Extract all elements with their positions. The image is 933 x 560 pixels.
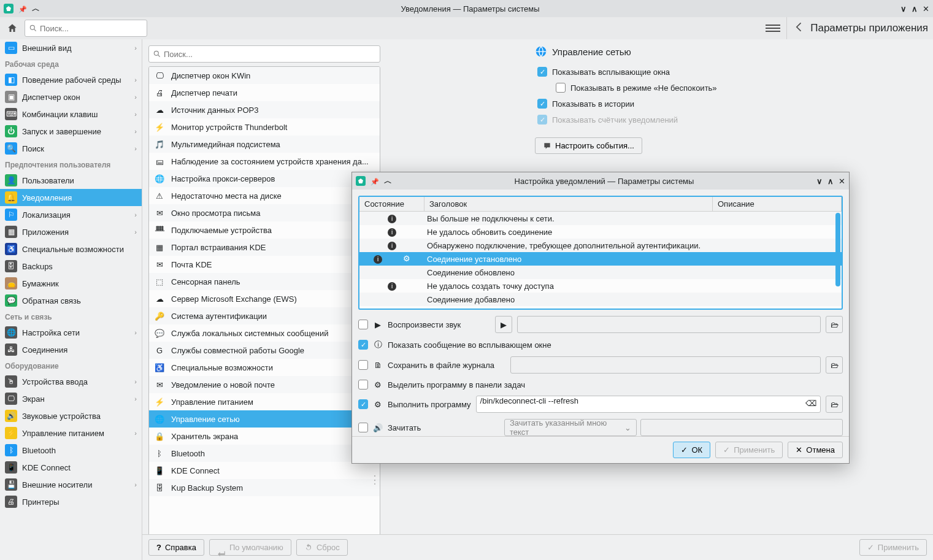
sidebar-item-appearance[interactable]: ▭Внешний вид› [0,39,142,56]
browse-program-button[interactable]: 🗁 [826,396,843,413]
app-row[interactable]: ✉Почта KDE [149,256,380,273]
browse-log-button[interactable]: 🗁 [826,356,843,374]
sidebar-item-notifications[interactable]: 🔔Уведомления [0,189,142,206]
sidebar-item-audio[interactable]: 🔊Звуковые устройства [0,407,142,424]
reset-button[interactable]: Сброс [296,539,348,556]
app-row[interactable]: ⚡Монитор устройств Thunderbolt [149,118,380,136]
sidebar-item-accessibility[interactable]: ♿Специальные возможности [0,240,142,258]
defaults-button[interactable]: По умолчанию [209,539,291,556]
help-button[interactable]: ? Справка [148,539,204,556]
sidebar-item-power[interactable]: ⚡Управление питанием› [0,424,142,442]
sidebar-search-input[interactable] [25,20,147,37]
pin-icon[interactable] [371,177,379,186]
event-row[interactable]: i ⚙Соединение установлено [359,252,842,266]
sound-file-input[interactable] [517,316,821,333]
home-button[interactable] [5,21,20,36]
maximize-icon[interactable] [827,177,834,186]
sidebar-item-search[interactable]: 🔍Поиск› [0,140,142,157]
app-row[interactable]: ✉Окно просмотра письма [149,204,380,221]
app-row[interactable]: 🔑Система аутентификации [149,307,380,324]
sidebar-item-backups[interactable]: 🗄Backups [0,258,142,275]
speak-text-input[interactable] [640,419,843,436]
event-row[interactable]: i Вы больше не подключены к сети. [359,212,842,225]
sidebar-item-workspace-behavior[interactable]: ◧Поведение рабочей среды› [0,71,142,88]
event-row[interactable]: i Не удалось получить пароли и ключи [359,306,842,309]
app-row[interactable]: 🎵Мультимедийная подсистема [149,136,380,153]
option-show-popup[interactable]: ⓘ Показать сообщение во всплывающем окне [358,339,843,350]
sidebar-item-bluetooth[interactable]: ᛒBluetooth [0,442,142,459]
event-row[interactable]: i Обнаружено подключение, требующее допо… [359,239,842,252]
app-row[interactable]: ᛒBluetooth [149,445,380,462]
event-row[interactable]: i Не удалось обновить соединение [359,225,842,239]
app-row[interactable]: ᚙПодключаемые устройства [149,221,380,239]
app-row[interactable]: 📱KDE Connect [149,462,380,479]
app-row[interactable]: 🖨Диспетчер печати [149,84,380,101]
configure-events-button[interactable]: Настроить события... [535,137,642,154]
clear-icon[interactable]: ⌫ [805,399,816,408]
option-taskbar[interactable]: ⚙ Выделить программу в панели задач [358,380,843,389]
minimize-icon[interactable] [900,4,907,13]
chevron-up-icon[interactable] [32,3,40,14]
app-row[interactable]: 🌐Управление сетью [149,410,380,428]
close-icon[interactable] [839,177,845,186]
app-row[interactable]: ⚠Недостаточно места на диске [149,187,380,204]
log-file-input[interactable] [510,356,821,374]
app-row[interactable]: 🔒Хранитель экрана [149,428,380,445]
sidebar-item-input-devices[interactable]: 🖱Устройства ввода› [0,373,142,390]
run-command-input[interactable]: /bin/kdeconnect-cli --refresh ⌫ [476,396,821,413]
browse-sound-button[interactable]: 🗁 [826,316,843,333]
menu-button[interactable] [766,21,780,36]
scrollbar[interactable] [835,213,840,286]
events-table[interactable]: Состояние Заголовок Описание i Вы больше… [358,196,843,310]
event-row[interactable]: Соединение обновлено [359,266,842,279]
sidebar-item-removable[interactable]: 💾Внешние носители› [0,476,142,493]
apply-button[interactable]: ✓ Применить [859,539,927,556]
option-log-file[interactable]: 🗎 Сохранить в файле журнала 🗁 [358,356,843,374]
app-search-input[interactable] [148,45,380,63]
app-row[interactable]: ♿Специальные возможности [149,359,380,376]
option-play-sound[interactable]: ▶ Воспроизвести звук ▶ 🗁 [358,316,843,333]
option-show-dnd[interactable]: Показывать в режиме «Не беспокоить» [535,80,768,96]
sidebar-item-printers[interactable]: 🖨Принтеры [0,493,142,510]
option-run-program[interactable]: ⚙ Выполнить программу /bin/kdeconnect-cl… [358,396,843,413]
option-speak[interactable]: 🔊 Зачитать Зачитать указанный мною текст… [358,419,843,436]
sidebar-item-kdeconnect[interactable]: 📱KDE Connect [0,459,142,476]
minimize-icon[interactable] [816,177,823,186]
sidebar-item-applications[interactable]: ▦Приложения› [0,223,142,240]
sidebar-item-locale[interactable]: ⚐Локализация› [0,206,142,223]
app-row[interactable]: ✉Уведомление о новой почте [149,376,380,393]
speak-mode-dropdown[interactable]: Зачитать указанный мною текст⌄ [504,419,637,436]
ok-button[interactable]: ✓ ОК [673,442,710,458]
back-button[interactable] [793,21,805,36]
app-row[interactable]: 🖴Наблюдение за состоянием устройств хран… [149,153,380,170]
sidebar-item-display[interactable]: 🖵Экран› [0,390,142,407]
chevron-up-icon[interactable] [384,175,392,186]
sidebar-item-wallet[interactable]: 👝Бумажник [0,275,142,292]
sidebar-item-shortcuts[interactable]: ⌨Комбинации клавиш› [0,105,142,123]
dialog-apply-button[interactable]: ✓ Применить [715,442,783,458]
sidebar-item-users[interactable]: 👤Пользователи [0,172,142,189]
app-row[interactable]: ☁Сервер Microsoft Exchange (EWS) [149,290,380,307]
option-show-popups[interactable]: Показывать всплывающие окна [535,64,768,80]
col-title[interactable]: Заголовок [424,197,713,211]
sidebar-item-network-settings[interactable]: 🌐Настройка сети› [0,324,142,341]
cancel-button[interactable]: ✕ Отмена [788,442,843,458]
event-row[interactable]: i Не удалось создать точку доступа [359,279,842,293]
option-show-history[interactable]: Показывать в истории [535,96,768,112]
col-desc[interactable]: Описание [713,197,842,211]
event-row[interactable]: Соединение добавлено [359,293,842,306]
app-row[interactable]: 💬Служба локальных системных сообщений [149,324,380,342]
sidebar-item-window-manager[interactable]: ▣Диспетчер окон› [0,88,142,105]
pin-icon[interactable] [18,4,27,13]
sidebar-item-feedback[interactable]: 💬Обратная связь [0,292,142,309]
app-row[interactable]: 🖵Диспетчер окон KWin [149,67,380,84]
app-row[interactable]: 🌐Настройка прокси-серверов [149,170,380,187]
sidebar-item-startup[interactable]: ⏻Запуск и завершение› [0,123,142,140]
app-row[interactable]: ⬚Сенсорная панель [149,273,380,290]
app-row[interactable]: ☁Источник данных POP3 [149,101,380,118]
preview-sound-button[interactable]: ▶ [495,316,512,333]
sidebar-item-connections[interactable]: 🖧Соединения [0,341,142,358]
close-icon[interactable] [923,4,929,13]
maximize-icon[interactable] [912,4,918,13]
app-row[interactable]: ⚡Управление питанием [149,393,380,410]
